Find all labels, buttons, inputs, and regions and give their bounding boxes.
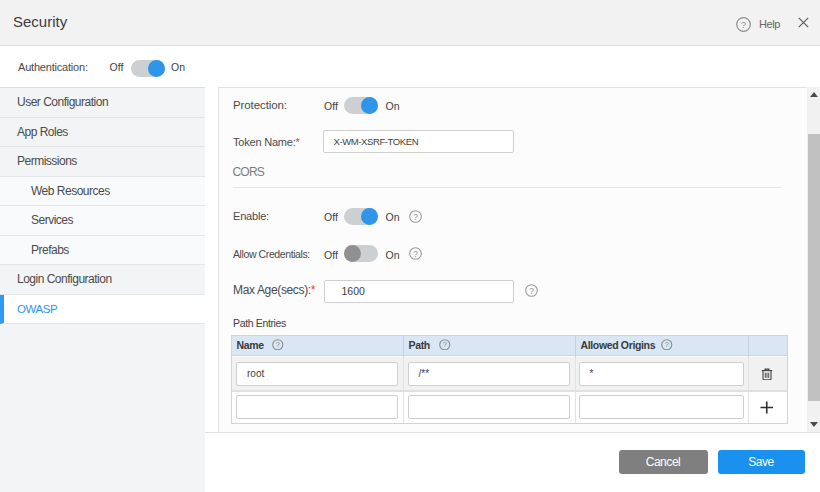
svg-text:?: ?	[413, 211, 418, 221]
svg-text:?: ?	[276, 340, 280, 349]
svg-text:?: ?	[443, 340, 447, 349]
svg-text:?: ?	[413, 249, 418, 259]
svg-text:?: ?	[741, 19, 746, 30]
svg-text:?: ?	[529, 286, 534, 296]
svg-text:?: ?	[665, 340, 669, 349]
